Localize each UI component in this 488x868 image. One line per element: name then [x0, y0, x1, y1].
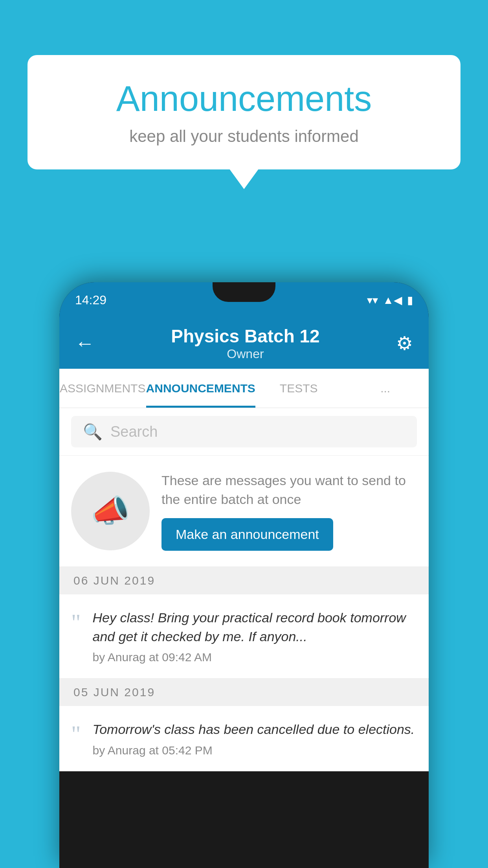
- date-section-2: 05 JUN 2019: [59, 679, 429, 706]
- tab-more[interactable]: ...: [342, 369, 429, 408]
- bubble-subtitle: keep all your students informed: [59, 127, 429, 146]
- announcement-item-1[interactable]: " Hey class! Bring your practical record…: [59, 594, 429, 679]
- quote-icon-1: ": [71, 611, 81, 634]
- search-bar-wrap: 🔍 Search: [59, 408, 429, 456]
- announcement-message-1: Hey class! Bring your practical record b…: [93, 609, 417, 646]
- promo-right: These are messages you want to send to t…: [161, 471, 417, 551]
- back-button[interactable]: ←: [75, 332, 95, 355]
- status-time: 14:29: [75, 293, 106, 307]
- app-header: ← Physics Batch 12 Owner ⚙: [59, 318, 429, 369]
- status-bar: 14:29 ▾▾ ▲◀ ▮: [59, 282, 429, 318]
- phone-content: 🔍 Search 📣 These are messages you want t…: [59, 408, 429, 771]
- search-bar[interactable]: 🔍 Search: [71, 416, 417, 447]
- announcement-author-2: by Anurag at 05:42 PM: [93, 744, 417, 757]
- megaphone-icon: 📣: [91, 493, 130, 530]
- promo-icon-circle: 📣: [71, 472, 150, 550]
- header-title-area: Physics Batch 12 Owner: [171, 326, 319, 361]
- header-role: Owner: [171, 347, 319, 361]
- wifi-icon: ▾▾: [367, 294, 378, 307]
- speech-bubble-container: Announcements keep all your students inf…: [28, 55, 460, 169]
- announcement-message-2: Tomorrow's class has been cancelled due …: [93, 720, 417, 739]
- search-icon: 🔍: [83, 423, 103, 441]
- make-announcement-button[interactable]: Make an announcement: [161, 518, 333, 551]
- battery-icon: ▮: [407, 294, 413, 307]
- tabs-bar: ASSIGNMENTS ANNOUNCEMENTS TESTS ...: [59, 369, 429, 408]
- phone-frame: 14:29 ▾▾ ▲◀ ▮ ← Physics Batch 12 Owner ⚙…: [59, 282, 429, 868]
- announcement-text-area-1: Hey class! Bring your practical record b…: [93, 609, 417, 664]
- notch: [213, 282, 275, 302]
- status-icons: ▾▾ ▲◀ ▮: [367, 294, 413, 307]
- bubble-title: Announcements: [59, 79, 429, 119]
- tab-announcements[interactable]: ANNOUNCEMENTS: [146, 369, 255, 408]
- announcement-author-1: by Anurag at 09:42 AM: [93, 651, 417, 664]
- date-label-2: 05 JUN 2019: [73, 686, 155, 699]
- search-input[interactable]: Search: [110, 423, 158, 440]
- batch-title: Physics Batch 12: [171, 326, 319, 347]
- date-section-1: 06 JUN 2019: [59, 567, 429, 594]
- settings-icon[interactable]: ⚙: [396, 332, 413, 354]
- date-label-1: 06 JUN 2019: [73, 574, 155, 587]
- announcement-item-2[interactable]: " Tomorrow's class has been cancelled du…: [59, 706, 429, 771]
- announcement-promo: 📣 These are messages you want to send to…: [59, 456, 429, 567]
- quote-icon-2: ": [71, 722, 81, 746]
- signal-icon: ▲◀: [383, 294, 402, 307]
- tab-assignments[interactable]: ASSIGNMENTS: [59, 369, 146, 408]
- tab-tests[interactable]: TESTS: [255, 369, 342, 408]
- promo-description: These are messages you want to send to t…: [161, 471, 417, 509]
- announcement-text-area-2: Tomorrow's class has been cancelled due …: [93, 720, 417, 757]
- speech-bubble: Announcements keep all your students inf…: [28, 55, 460, 169]
